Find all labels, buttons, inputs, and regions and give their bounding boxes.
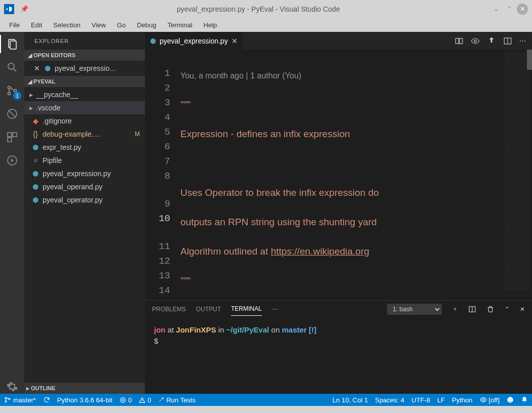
extensions-icon[interactable] (5, 130, 19, 144)
file-pipfile[interactable]: ≡Pipfile (24, 154, 145, 167)
status-sync[interactable] (43, 396, 50, 403)
svg-point-17 (5, 401, 7, 402)
tab-label: pyeval_expression.py (160, 37, 228, 45)
status-branch[interactable]: master* (4, 396, 36, 404)
status-encoding[interactable]: UTF-8 (411, 396, 430, 404)
panel-tab-output[interactable]: OUTPUT (196, 303, 221, 316)
status-liveshare[interactable]: [off] (480, 396, 500, 404)
editor-tabs: ⬢ pyeval_expression.py ✕ ⋯ (145, 32, 532, 50)
minimap[interactable] (503, 50, 532, 300)
svg-point-21 (507, 397, 513, 403)
folder-vscode[interactable]: ▸.vscode (24, 101, 145, 114)
liveshare-icon[interactable] (5, 153, 19, 168)
open-editor-label: pyeval_expressio… (55, 64, 117, 72)
svg-rect-1 (10, 41, 16, 49)
status-notifications-icon[interactable] (521, 396, 528, 403)
menu-edit[interactable]: Edit (26, 19, 47, 31)
menu-terminal[interactable]: Terminal (162, 19, 197, 31)
more-actions-icon[interactable]: ⋯ (519, 37, 526, 45)
file-pyeval-operator[interactable]: ⬢pyeval_operator.py (24, 193, 145, 206)
status-ln-col[interactable]: Ln 10, Col 1 (332, 396, 368, 404)
panel-tabs: PROBLEMS OUTPUT TERMINAL ⋯ 1: bash ＋ ⌃ ✕ (145, 301, 532, 317)
file-pyeval-expression[interactable]: ⬢pyeval_expression.py (24, 167, 145, 180)
open-editors-header[interactable]: ◢OPEN EDITORS (24, 50, 145, 61)
status-run-tests[interactable]: Run Tests (158, 396, 196, 404)
outline-header[interactable]: ▸ OUTLINE (24, 383, 145, 394)
svg-rect-11 (455, 38, 459, 44)
status-eol[interactable]: LF (437, 396, 445, 404)
panel: PROBLEMS OUTPUT TERMINAL ⋯ 1: bash ＋ ⌃ ✕… (145, 300, 532, 394)
settings-icon[interactable] (5, 380, 19, 394)
editor-group: ⬢ pyeval_expression.py ✕ ⋯ 1 2 3 4 5 6 (145, 32, 532, 394)
sidebar-title: EXPLORER (24, 32, 145, 50)
kill-terminal-icon[interactable] (486, 305, 495, 313)
diff-icon[interactable] (487, 36, 496, 46)
svg-rect-7 (8, 133, 12, 137)
close-panel-icon[interactable]: ✕ (520, 306, 525, 313)
new-terminal-icon[interactable]: ＋ (452, 305, 458, 313)
panel-tab-problems[interactable]: PROBLEMS (152, 303, 186, 316)
status-warnings[interactable]: 0 (139, 396, 151, 404)
split-editor-icon[interactable] (503, 36, 512, 46)
code-editor[interactable]: 1 2 3 4 5 6 7 8 9 10 11 12 13 14 You, a … (145, 50, 532, 300)
pin-icon[interactable]: 📌 (20, 5, 28, 13)
terminal[interactable]: jon at JonFinXPS in ~/git/PyEval on mast… (145, 317, 532, 394)
svg-point-22 (509, 399, 510, 400)
svg-rect-9 (8, 138, 12, 142)
explorer-icon[interactable] (5, 37, 19, 51)
terminal-selector[interactable]: 1: bash (387, 304, 442, 315)
menu-debug[interactable]: Debug (132, 19, 161, 31)
python-file-icon: ⬢ (31, 196, 40, 204)
file-debug-example[interactable]: {}debug-example.…M (24, 128, 145, 141)
svg-point-13 (474, 39, 477, 42)
svg-point-23 (511, 399, 512, 400)
preview-icon[interactable] (471, 36, 480, 46)
file-pyeval-operand[interactable]: ⬢pyeval_operand.py (24, 180, 145, 193)
search-icon[interactable] (5, 60, 19, 74)
file-expr-test[interactable]: ⬢expr_test.py (24, 141, 145, 154)
tab-pyeval-expression[interactable]: ⬢ pyeval_expression.py ✕ (145, 32, 243, 50)
codelens-author[interactable]: You, a month ago | 1 author (You) (180, 69, 503, 82)
folder-pycache[interactable]: ▸__pycache__ (24, 88, 145, 101)
python-file-icon: ⬢ (44, 64, 52, 72)
menu-file[interactable]: File (4, 19, 25, 31)
scrollbar-thumb[interactable] (527, 50, 532, 70)
project-header[interactable]: ◢PYEVAL (24, 76, 145, 87)
open-editor-item[interactable]: ✕ ⬢ pyeval_expressio… (24, 62, 145, 75)
debug-icon[interactable] (5, 107, 19, 121)
file-gitignore[interactable]: ◆.gitignore (24, 114, 145, 128)
svg-point-4 (8, 93, 11, 95)
status-language[interactable]: Python (452, 396, 472, 404)
modified-indicator: M (135, 131, 140, 138)
panel-tab-terminal[interactable]: TERMINAL (231, 302, 262, 316)
maximize-button[interactable]: ⌃ (504, 4, 515, 15)
status-spaces[interactable]: Spaces: 4 (375, 396, 404, 404)
split-terminal-icon[interactable] (468, 305, 476, 313)
menu-view[interactable]: View (87, 19, 111, 31)
sidebar: EXPLORER ◢OPEN EDITORS ✕ ⬢ pyeval_expres… (24, 32, 145, 394)
close-button[interactable]: ✕ (517, 4, 528, 15)
compare-icon[interactable] (454, 36, 464, 46)
vscode-icon (4, 4, 14, 14)
menu-selection[interactable]: Selection (48, 19, 85, 31)
python-file-icon: ⬢ (150, 37, 156, 45)
file-tree: ▸__pycache__ ▸.vscode ◆.gitignore {}debu… (24, 87, 145, 208)
code-content[interactable]: You, a month ago | 1 author (You) """ Ex… (180, 50, 503, 300)
maximize-panel-icon[interactable]: ⌃ (505, 306, 510, 313)
status-feedback-icon[interactable] (507, 396, 514, 403)
status-python[interactable]: Python 3.6.6 64-bit (57, 396, 112, 404)
menu-help[interactable]: Help (199, 19, 222, 31)
source-control-icon[interactable]: 1 (5, 84, 19, 98)
editor-actions: ⋯ (448, 32, 532, 50)
workbench: 1 EXPLORER ◢OPEN EDITORS ✕ ⬢ pyeval_expr… (0, 32, 532, 394)
titlebar: 📌 pyeval_expression.py - PyEval - Visual… (0, 0, 532, 18)
menu-go[interactable]: Go (112, 19, 131, 31)
panel-more-icon[interactable]: ⋯ (272, 306, 278, 313)
svg-rect-8 (13, 133, 17, 137)
close-tab-icon[interactable]: ✕ (232, 37, 238, 45)
window-title: pyeval_expression.py - PyEval - Visual S… (28, 5, 488, 13)
status-errors[interactable]: 0 (120, 396, 132, 404)
minimize-button[interactable]: ⌄ (490, 4, 502, 15)
close-editor-icon[interactable]: ✕ (33, 64, 41, 72)
python-file-icon: ⬢ (31, 183, 40, 191)
